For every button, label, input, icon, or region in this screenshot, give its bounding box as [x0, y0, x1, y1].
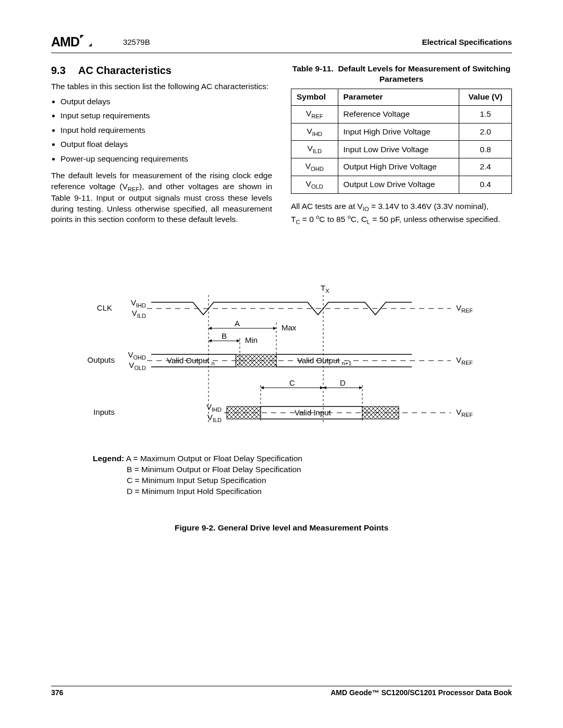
cell-symbol: VIHD [291, 123, 338, 141]
cell-value: 2.4 [459, 158, 512, 176]
list-item: Output float delays [60, 139, 272, 150]
figure-9-2: TX CLK VIHD VILD VREF A Max B Min [51, 283, 512, 533]
table-header-row: Symbol Parameter Value (V) [291, 89, 512, 105]
fig-inputs: Inputs [93, 408, 115, 416]
cell-symbol: VILD [291, 141, 338, 158]
fig-d: D [340, 378, 346, 387]
fig-vref-in: VREF [456, 408, 473, 418]
amd-logo-text: AMD [51, 34, 79, 50]
fig-vref-clk: VREF [456, 303, 473, 314]
fig-vild2: VILD [207, 413, 222, 423]
characteristics-list: Output delays Input setup requirements I… [51, 96, 272, 164]
figure-caption: Figure 9-2. General Drive level and Meas… [51, 523, 512, 533]
cell-symbol: VOHD [291, 158, 338, 176]
intro-paragraph: The tables in this section list the foll… [51, 81, 272, 92]
cell-value: 0.4 [459, 176, 512, 193]
col-parameter: Parameter [338, 89, 459, 105]
text: Table 9-11. [292, 64, 334, 73]
cell-value: 2.0 [459, 123, 512, 141]
fig-max: Max [282, 323, 297, 332]
table-row: VREF Reference Voltage 1.5 [291, 105, 512, 123]
cell-param: Input Low Drive Voltage [338, 141, 459, 158]
list-item: Output delays [60, 96, 272, 107]
cell-param: Output High Drive Voltage [338, 158, 459, 176]
text: Default Levels for Measurement of Switch… [338, 64, 510, 83]
amd-logo-icon [80, 34, 92, 50]
fig-b: B [222, 331, 227, 340]
list-item: Input setup requirements [60, 110, 272, 121]
figure-legend: Legend: A = Maximum Output or Float Dela… [93, 453, 512, 497]
list-item: Power-up sequencing requirements [60, 154, 272, 164]
fig-valid-input: Valid Input [295, 408, 332, 417]
fig-vihd: VIHD [131, 298, 146, 309]
legend-b: B = Minimum Output or Float Delay Specif… [127, 465, 301, 474]
table-row: VOHD Output High Drive Voltage 2.4 [291, 158, 512, 176]
legend-c: C = Minimum Input Setup Specification [127, 476, 266, 485]
list-item: Input hold requirements [60, 125, 272, 135]
table-caption: Table 9-11. Default Levels for Measureme… [291, 64, 512, 84]
cell-symbol: VREF [291, 105, 338, 123]
page-footer: 376 AMD Geode™ SC1200/SC1201 Processor D… [51, 686, 512, 697]
col-value: Value (V) [459, 89, 512, 105]
table-row: VOLD Output Low Drive Voltage 0.4 [291, 176, 512, 193]
section-heading: 9.3AC Characteristics [51, 64, 272, 77]
legend-d: D = Minimum Input Hold Specification [127, 487, 262, 496]
fig-vref-out: VREF [456, 355, 473, 366]
cell-symbol: VOLD [291, 176, 338, 193]
cell-param: Reference Voltage [338, 105, 459, 123]
fig-vild: VILD [132, 309, 146, 319]
fig-c: C [289, 378, 295, 387]
section-number: 9.3 [51, 64, 78, 77]
fig-vold: VOLD [129, 361, 146, 371]
legend-label: Legend: [93, 454, 124, 463]
levels-table: Symbol Parameter Value (V) VREF Referenc… [291, 89, 512, 194]
page-header: AMD [51, 34, 512, 53]
fig-valid-out-n: Valid Output n [167, 356, 215, 366]
subscript: REF [128, 186, 139, 192]
fig-tx: TX [321, 283, 329, 294]
col-symbol: Symbol [291, 89, 338, 105]
cell-param: Output Low Drive Voltage [338, 176, 459, 193]
table-row: VILD Input Low Drive Voltage 0.8 [291, 141, 512, 158]
section-title: AC Characteristics [78, 65, 172, 76]
fig-a: A [235, 319, 240, 328]
fig-clk: CLK [97, 303, 112, 312]
fig-vohd: VOHD [128, 350, 146, 361]
cell-value: 0.8 [459, 141, 512, 158]
book-title: AMD Geode™ SC1200/SC1201 Processor Data … [331, 688, 512, 697]
doc-number: 32579B [123, 38, 150, 46]
left-column: 9.3AC Characteristics The tables in this… [51, 64, 272, 226]
cell-value: 1.5 [459, 105, 512, 123]
page-number: 376 [51, 688, 63, 697]
fig-outputs: Outputs [87, 355, 115, 364]
cell-param: Input High Drive Voltage [338, 123, 459, 141]
amd-logo: AMD [51, 34, 92, 50]
right-column: Table 9-11. Default Levels for Measureme… [291, 64, 512, 226]
paragraph-2: The default levels for measurement of th… [51, 170, 272, 225]
fig-vihd2: VIHD [206, 402, 222, 413]
legend-a: A = Maximum Output or Float Delay Specif… [126, 454, 302, 463]
fig-valid-out-n1: Valid Output n+1 [297, 356, 351, 366]
table-row: VIHD Input High Drive Voltage 2.0 [291, 123, 512, 141]
section-name: Electrical Specifications [422, 38, 512, 46]
ac-test-note: All AC tests are at VIO = 3.14V to 3.46V… [291, 201, 512, 226]
fig-min: Min [245, 336, 258, 344]
